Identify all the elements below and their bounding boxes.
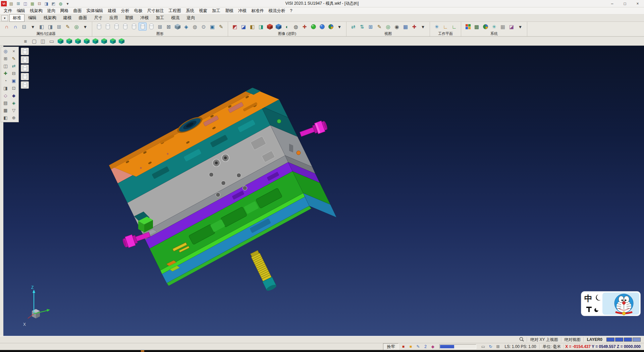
view-mode-label[interactable]: 绝对 XY 上视图 (528, 337, 560, 343)
snap-toggle[interactable]: 拴牢 (383, 343, 398, 350)
menubar-item[interactable]: 编辑 (14, 8, 28, 14)
grid-select-icon[interactable]: ⊞ (55, 23, 63, 31)
menubar-item[interactable]: 塑模 (223, 8, 236, 14)
menubar-item[interactable]: 文件 (1, 8, 14, 14)
settings-icon[interactable]: ◩ (50, 1, 57, 7)
render-icon[interactable]: ◈ (182, 23, 190, 31)
blue-sphere-icon[interactable] (318, 23, 326, 31)
axis-icon[interactable]: ∟ (450, 23, 458, 31)
filter-dropdown-icon[interactable]: ▾ (29, 23, 37, 31)
menubar-item[interactable]: 网格 (58, 8, 71, 14)
layer-manager-icon[interactable] (464, 23, 472, 31)
toolbar-icon[interactable]: ✚ (2, 70, 9, 77)
solid-view-icon[interactable] (173, 23, 181, 31)
menubar-item[interactable]: 系统 (183, 8, 197, 14)
magnet-blue-icon[interactable]: ∩ (11, 23, 19, 31)
workplane-icon[interactable]: ✳ (433, 23, 441, 31)
search-icon[interactable] (517, 337, 526, 343)
filter-icon[interactable]: ⊟ (20, 23, 28, 31)
toolbar-icon[interactable]: ◫ (2, 62, 9, 70)
menubar-item[interactable]: 分析 (119, 8, 132, 14)
toolbar-icon[interactable]: ◪ (239, 23, 248, 31)
toolbar-icon[interactable]: ✎ (10, 55, 18, 62)
toolbar-icon[interactable]: ◎ (384, 23, 392, 31)
edit-icon[interactable]: ✎ (415, 344, 421, 350)
back-view-icon[interactable] (100, 37, 108, 45)
material-icon[interactable]: ▣ (208, 23, 216, 31)
undo-icon[interactable]: ⊟ (36, 1, 43, 7)
window-view-icon[interactable]: ▭ (48, 37, 56, 45)
toolbar-icon[interactable]: ◉ (393, 23, 401, 31)
top-view-icon[interactable] (65, 37, 73, 45)
toolbar-icon[interactable]: ⊞ (367, 23, 375, 31)
toolbar-icon[interactable]: ⊡ (10, 85, 18, 92)
toolbar-icon[interactable]: ◨ (257, 23, 265, 31)
visibility-icon[interactable] (21, 48, 29, 55)
absolute-view-label[interactable]: 绝对视图 (562, 337, 583, 343)
wireframe-icon[interactable]: ⊞ (156, 23, 164, 31)
toolbar-icon[interactable]: ◪ (507, 23, 516, 31)
blank-view-icon[interactable]: ▢ (30, 37, 38, 45)
toolbar-icon[interactable]: ⊟ (10, 70, 18, 77)
globe-icon[interactable] (481, 23, 489, 31)
toolbar-icon[interactable]: ✎ (375, 23, 383, 31)
toolbar-icon[interactable]: ✳ (490, 23, 498, 31)
open-file-icon[interactable]: ⊞ (15, 1, 21, 7)
menubar-item[interactable]: 电极 (132, 8, 145, 14)
ribbon-tab[interactable]: 建模 (60, 14, 75, 22)
mask-left-icon[interactable]: ◧ (38, 23, 46, 31)
toolbar-icon[interactable]: ◔ (2, 77, 9, 84)
more-dropdown-icon[interactable]: ▾ (81, 23, 89, 31)
menubar-item[interactable]: 尺寸标注 (145, 8, 166, 14)
new-file-icon[interactable]: ▤ (8, 1, 14, 7)
ribbon-tab[interactable]: 曲面 (75, 14, 91, 22)
visibility-icon[interactable] (21, 56, 29, 63)
count-badge-icon[interactable]: 2 (422, 344, 429, 350)
shading-active-icon[interactable] (139, 23, 147, 31)
close-button[interactable]: × (631, 0, 644, 7)
annotate-icon[interactable]: ✎ (217, 23, 225, 31)
menubar-item[interactable]: 标准件 (249, 8, 266, 14)
magnet-red-icon[interactable]: ∩ (3, 23, 11, 31)
toolbar-icon[interactable]: ⊕ (10, 114, 18, 121)
ribbon-tab[interactable]: 编辑 (25, 14, 40, 22)
axis-icon[interactable]: ∟ (441, 23, 449, 31)
menubar-item[interactable]: 建模 (106, 8, 119, 14)
warning-icon[interactable]: ■ (407, 344, 414, 350)
menubar-item[interactable]: 模流分析 (266, 8, 288, 14)
left-view-icon[interactable] (91, 37, 99, 45)
ribbon-tab[interactable]: 冲模 (137, 14, 152, 22)
toolbar-icon[interactable]: ◧ (248, 23, 256, 31)
menubar-item[interactable]: 逆向 (45, 8, 58, 14)
shading-icon[interactable] (104, 23, 112, 31)
toolbar-icon[interactable]: ◎ (2, 48, 9, 55)
active-layer-label[interactable]: LAYER0 (585, 337, 604, 342)
axon-view-icon[interactable] (117, 37, 125, 45)
refresh-icon[interactable]: ↻ (487, 344, 494, 350)
shading-icon[interactable] (121, 23, 129, 31)
snap-mode-icon[interactable]: ◆ (429, 344, 436, 350)
toolbar-icon[interactable]: ▦ (401, 23, 410, 31)
edit-attributes-icon[interactable]: ✎ (64, 23, 72, 31)
toolbar-icon[interactable]: ◍ (292, 23, 300, 31)
quick-access-dropdown-icon[interactable]: ▾ (64, 1, 71, 7)
help-icon[interactable]: ◍ (57, 1, 64, 7)
iso-view-icon[interactable] (56, 37, 64, 45)
toolbar-icon[interactable]: ▤ (2, 99, 9, 106)
menubar-item[interactable]: 线架构 (28, 8, 45, 14)
toolbar-icon[interactable]: ◩ (231, 23, 239, 31)
visibility-active-icon[interactable] (21, 64, 29, 72)
mask-right-icon[interactable]: ◨ (46, 23, 54, 31)
green-sphere-icon[interactable] (309, 23, 317, 31)
toolbar-icon[interactable]: ▾ (419, 23, 427, 31)
visibility-icon[interactable] (21, 81, 29, 89)
toolbar-icon[interactable]: ▦ (2, 107, 9, 114)
right-view-icon[interactable] (83, 37, 91, 45)
record-icon[interactable]: ■ (400, 344, 407, 350)
ribbon-tab[interactable]: 加工 (153, 14, 168, 22)
toolbar-icon[interactable]: ⊞ (2, 55, 9, 62)
toolbar-icon[interactable]: ◐ (283, 23, 291, 31)
toolbar-icon[interactable]: ▣ (10, 77, 18, 84)
ribbon-tab[interactable]: 线架构 (40, 14, 60, 22)
redo-icon[interactable]: ◨ (43, 1, 50, 7)
